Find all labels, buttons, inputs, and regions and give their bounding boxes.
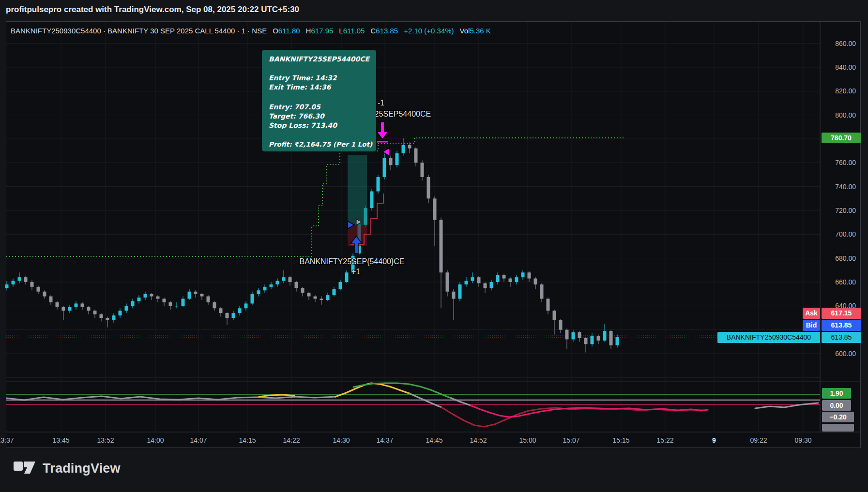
high-value: 617.95	[311, 27, 333, 35]
indicator-value-badge-clipped	[822, 424, 854, 432]
price-axis-label: 660.00	[817, 278, 856, 286]
time-axis-label: 14:45	[420, 436, 449, 445]
close-label: C	[370, 27, 376, 35]
price-axis-label: 860.00	[817, 39, 856, 48]
bid-price-badge: 613.85	[822, 320, 861, 331]
price-axis-label: 760.00	[817, 158, 856, 167]
price-axis-label: 680.00	[817, 254, 856, 263]
indicator-value-badge-zero: 0.00	[822, 400, 851, 411]
time-axis-label: 13:37	[0, 436, 20, 445]
indicator-value-badge-green: 1.90	[822, 388, 851, 399]
price-axis-label: 740.00	[817, 182, 856, 191]
price-axis-label: 700.00	[817, 230, 856, 239]
time-axis-label: 09:30	[789, 436, 818, 445]
tooltip-stop-loss: Stop Loss: 713.40	[269, 121, 337, 130]
volume-label: Vol	[460, 27, 470, 35]
change-value: +2.10 (+0.34%)	[404, 27, 454, 35]
time-axis-label: 15:00	[513, 436, 542, 445]
symbol-price-line-badge: BANKNIFTY250930C54400	[717, 332, 820, 343]
time-axis-label: 14:07	[184, 436, 213, 445]
tooltip-exit-time: Exit Time: 14:36	[269, 83, 331, 91]
time-axis-label: 14:52	[464, 436, 493, 445]
price-axis-label: 840.00	[817, 63, 856, 72]
volume-value: 5.36 K	[470, 27, 490, 35]
close-value: 613.85	[376, 27, 398, 35]
tooltip-entry-price: Entry: 707.05	[269, 103, 320, 111]
tooltip-profit: Profit: ₹2,164.75 (Per 1 Lot)	[269, 140, 372, 149]
time-axis-label: 15:22	[651, 436, 680, 445]
time-axis-label: 14:00	[141, 436, 170, 445]
bid-label-badge: Bid	[803, 320, 820, 331]
tooltip-title: BANKNIFTY25SEP54400CE	[269, 55, 369, 63]
symbol-info-bar[interactable]: BANKNIFTY250930C54400 · BANKNIFTY 30 SEP…	[11, 27, 491, 35]
last-price-badge: 613.85	[822, 332, 861, 343]
time-axis-label: 13:52	[91, 436, 120, 445]
low-value: 611.05	[343, 27, 365, 35]
tooltip-entry-time: Entry Time: 14:32	[269, 74, 337, 82]
time-axis-label: 13:45	[46, 436, 76, 445]
candlestick-chart[interactable]	[0, 0, 868, 492]
tradingview-logo[interactable]: TradingView	[14, 459, 121, 478]
high-label: H	[306, 27, 311, 35]
entry-order-label: BANKNIFTY25SEP{54400}CE	[294, 257, 410, 266]
time-axis-label: 09:22	[744, 436, 773, 445]
trade-summary-tooltip: BANKNIFTY25SEP54400CE Entry Time: 14:32 …	[262, 50, 376, 151]
time-axis-label: 14:22	[277, 436, 306, 445]
time-axis-label: 14:30	[327, 436, 356, 445]
open-label: O	[273, 27, 278, 35]
price-axis-label: 600.00	[817, 349, 856, 358]
target-price-badge: 780.70	[822, 133, 861, 143]
ask-price-badge: 617.15	[822, 308, 861, 319]
time-axis-label: 14:37	[370, 436, 399, 445]
time-axis-label: 14:15	[233, 436, 262, 445]
tradingview-logo-text: TradingView	[43, 459, 121, 478]
indicator-value-badge-neg: −0.20	[822, 412, 854, 422]
tradingview-screenshot: profitpulsepro created with TradingView.…	[0, 0, 868, 492]
low-label: L	[339, 27, 343, 35]
price-axis-label: 800.00	[817, 111, 856, 119]
time-axis-label: 15:15	[607, 436, 636, 445]
ask-label-badge: Ask	[803, 308, 820, 319]
entry-quantity-label: +1	[346, 268, 365, 276]
time-axis-label: 15:07	[557, 436, 586, 445]
price-axis-label: 720.00	[817, 206, 856, 215]
time-axis-label: 9	[700, 436, 729, 445]
tradingview-logo-icon	[14, 459, 36, 478]
tooltip-target-price: Target: 766.30	[269, 112, 324, 120]
symbol-description[interactable]: BANKNIFTY250930C54400 · BANKNIFTY 30 SEP…	[11, 27, 267, 35]
price-axis-label: 820.00	[817, 87, 856, 95]
open-value: 611.80	[278, 27, 300, 35]
